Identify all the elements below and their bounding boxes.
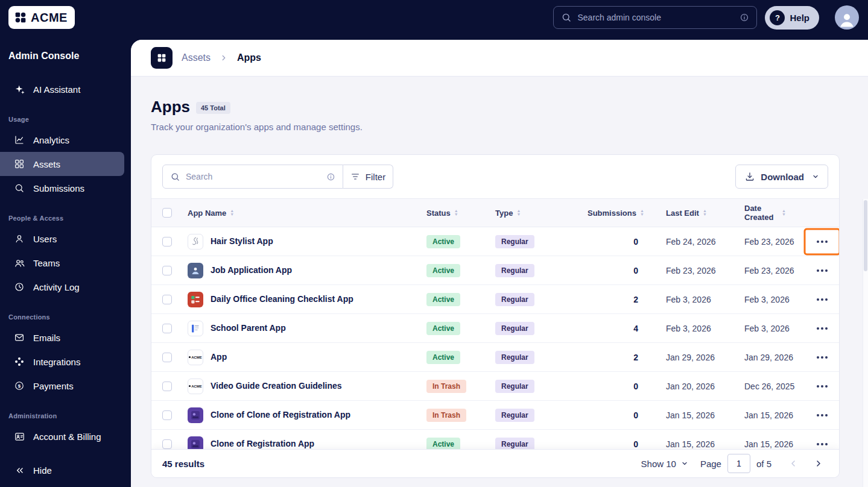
row-actions-button[interactable] [809, 406, 835, 424]
apps-table-card: Filter Download [151, 154, 840, 478]
sort-icon[interactable]: ▲▼ [516, 209, 521, 216]
sidebar-item-label: Account & Billing [33, 432, 101, 442]
sidebar-item-label: Submissions [33, 183, 84, 193]
sort-icon[interactable]: ▲▼ [782, 209, 786, 216]
select-all-checkbox[interactable] [162, 208, 172, 218]
sidebar-hide-button[interactable]: Hide [0, 458, 118, 482]
column-last-edit[interactable]: Last Edit ▲▼ [654, 209, 738, 218]
table-search-input[interactable] [186, 172, 321, 181]
assets-breadcrumb-icon[interactable] [151, 47, 173, 69]
sidebar-item-submissions[interactable]: Submissions [0, 176, 124, 200]
row-checkbox[interactable] [162, 324, 172, 333]
help-label: Help [790, 13, 809, 23]
sort-icon[interactable]: ▲▼ [230, 209, 234, 216]
row-actions-cell [805, 233, 839, 251]
sort-icon[interactable]: ▲▼ [703, 209, 707, 216]
svg-text:$: $ [18, 383, 21, 389]
submissions-count: 2 [588, 353, 638, 362]
scrollbar[interactable] [863, 199, 868, 487]
table-row: Clone of Clone of Registration App In Tr… [151, 401, 839, 430]
sidebar-item-label: AI Assistant [33, 84, 80, 95]
column-app-name[interactable]: App Name ▲▼ [188, 209, 426, 218]
search-icon [170, 172, 180, 182]
row-checkbox[interactable] [162, 439, 172, 449]
sidebar-title[interactable]: Admin Console [0, 51, 131, 61]
scrollbar-thumb[interactable] [864, 200, 867, 271]
row-checkbox[interactable] [162, 266, 172, 275]
row-actions-cell [805, 348, 839, 366]
app-name-link[interactable]: Video Guide Creation Guidelines [211, 381, 342, 391]
admin-search [553, 6, 757, 29]
admin-search-input[interactable] [577, 13, 734, 22]
users-icon [13, 233, 25, 244]
info-icon[interactable] [326, 172, 335, 181]
row-actions-button[interactable] [809, 233, 835, 251]
next-page-button[interactable] [809, 454, 828, 473]
row-checkbox[interactable] [162, 353, 172, 362]
column-date-created[interactable]: Date Created ▲▼ [738, 204, 805, 222]
sidebar-item-users[interactable]: Users [0, 227, 124, 251]
acme-logo[interactable]: ACME [8, 6, 75, 29]
main-area: Assets Apps Apps 45 Total Track your org… [131, 35, 868, 487]
sidebar-item-label: Integrations [33, 357, 80, 367]
sidebar-item-emails[interactable]: Emails [0, 325, 124, 350]
sidebar-item-integrations[interactable]: Integrations [0, 350, 124, 374]
download-button[interactable]: Download [735, 165, 828, 189]
app-name-link[interactable]: Job Application App [211, 265, 292, 275]
filter-label: Filter [366, 172, 385, 182]
date-created: Jan 29, 2026 [744, 353, 793, 362]
sidebar-item-account-billing[interactable]: Account & Billing [0, 424, 124, 448]
row-actions-button[interactable] [809, 262, 835, 280]
row-checkbox[interactable] [162, 410, 172, 420]
type-badge: Regular [495, 351, 534, 364]
row-checkbox[interactable] [162, 382, 172, 391]
breadcrumb-assets-link[interactable]: Assets [182, 52, 211, 63]
row-actions-button[interactable] [809, 319, 835, 338]
type-badge: Regular [495, 409, 534, 422]
sidebar-item-ai-assistant[interactable]: AI Assistant [0, 77, 124, 101]
sidebar-section-connections: Connections [0, 313, 131, 321]
sidebar-section-administration: Administration [0, 412, 131, 419]
type-badge: Regular [495, 322, 534, 335]
integrations-icon [13, 356, 25, 367]
column-status[interactable]: Status ▲▼ [426, 209, 495, 218]
type-badge: Regular [495, 264, 534, 277]
app-name-link[interactable]: Hair Stylist App [211, 236, 273, 247]
row-actions-button[interactable] [809, 291, 835, 309]
previous-page-button[interactable] [784, 454, 803, 473]
filter-button[interactable]: Filter [343, 165, 393, 189]
row-checkbox[interactable] [162, 237, 172, 247]
sidebar-item-label: Emails [33, 333, 60, 343]
registration-app-icon [188, 407, 203, 423]
app-name-link[interactable]: Clone of Clone of Registration App [211, 410, 350, 420]
column-submissions[interactable]: Submissions ▲▼ [588, 209, 654, 218]
app-name-link[interactable]: Daily Office Cleaning Checklist App [211, 294, 353, 304]
sidebar-item-activity-log[interactable]: Activity Log [0, 275, 124, 299]
table-header: App Name ▲▼ Status ▲▼ Type ▲▼ Submission… [151, 198, 839, 227]
breadcrumb: Assets Apps [131, 40, 868, 77]
hair-stylist-app-icon [188, 234, 203, 250]
show-per-page-select[interactable]: Show 10 [641, 459, 688, 469]
help-button[interactable]: ? Help [765, 6, 819, 30]
column-type[interactable]: Type ▲▼ [495, 209, 588, 218]
sidebar-item-payments[interactable]: $ Payments [0, 374, 124, 398]
sort-icon[interactable]: ▲▼ [640, 209, 644, 216]
avatar[interactable] [835, 5, 859, 30]
sidebar-item-assets[interactable]: Assets [0, 152, 124, 176]
topbar: ACME ? Help [0, 0, 868, 35]
date-created: Dec 26, 2025 [744, 382, 794, 391]
table-row: Hair Stylist App Active Regular 0 Feb 24… [151, 227, 839, 256]
app-name-link[interactable]: Clone of Registration App [211, 439, 314, 449]
row-checkbox[interactable] [162, 295, 172, 304]
sidebar-item-analytics[interactable]: Analytics [0, 128, 124, 152]
sidebar-item-teams[interactable]: Teams [0, 251, 124, 275]
page-label: Page [700, 459, 721, 469]
app-name-link[interactable]: School Parent App [211, 323, 286, 333]
search-icon [561, 12, 572, 23]
row-actions-button[interactable] [809, 377, 835, 395]
app-name-link[interactable]: App [211, 352, 227, 362]
sort-icon[interactable]: ▲▼ [454, 209, 458, 216]
info-icon[interactable] [740, 13, 749, 22]
row-actions-button[interactable] [809, 348, 835, 366]
page-number-input[interactable] [727, 454, 750, 473]
